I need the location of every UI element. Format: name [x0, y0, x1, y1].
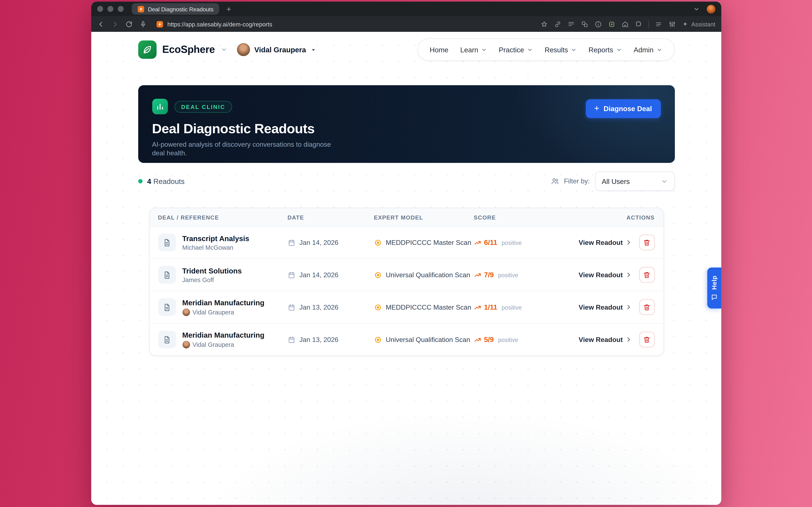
nav-label: Home	[430, 46, 449, 54]
view-readout-link[interactable]: View Readout	[578, 336, 632, 343]
workspace-chevron-icon[interactable]	[221, 46, 227, 53]
user-menu-chevron-icon	[310, 47, 316, 53]
nav-item-home[interactable]: Home	[430, 46, 449, 54]
plus-icon: +	[594, 103, 599, 113]
readout-date: Jan 14, 2026	[299, 271, 339, 279]
delete-readout-button[interactable]	[639, 332, 655, 347]
col-deal-reference: DEAL / REFERENCE	[158, 214, 288, 220]
assistant-button[interactable]: Assistant	[682, 21, 715, 27]
microphone-icon[interactable]	[139, 20, 147, 28]
expert-model-name: Universal Qualification Scan	[386, 271, 470, 279]
tune-sliders-icon[interactable]	[669, 20, 676, 28]
chevron-down-icon	[656, 47, 662, 53]
trending-up-icon	[474, 303, 481, 311]
trash-icon	[643, 271, 651, 279]
forward-icon[interactable]	[111, 20, 119, 28]
chevron-down-icon	[571, 47, 576, 53]
help-label: Help	[711, 276, 717, 290]
extensions-puzzle-icon[interactable]	[635, 20, 643, 28]
deal-title[interactable]: Trident Solutions	[182, 267, 242, 275]
trash-icon	[643, 303, 651, 311]
view-readout-link[interactable]: View Readout	[578, 239, 632, 246]
nav-label: Practice	[499, 46, 524, 54]
browser-tab[interactable]: Deal Diagnostic Readouts	[132, 3, 219, 14]
zoom-button[interactable]	[118, 6, 123, 12]
document-icon	[158, 266, 176, 284]
chevron-down-icon	[616, 47, 622, 53]
info-icon[interactable]	[595, 20, 602, 28]
calendar-icon	[288, 239, 295, 246]
browser-toolbar: https://app.salesably.ai/dem-cog/reports…	[91, 16, 721, 32]
readout-date: Jan 13, 2026	[299, 336, 339, 343]
delete-readout-button[interactable]	[639, 267, 655, 283]
deal-title[interactable]: Transcript Analysis	[182, 234, 249, 242]
readouts-meta-row: 4 Readouts Filter by: All Users	[138, 172, 675, 191]
share-link-icon[interactable]	[554, 20, 562, 28]
browser-profile-avatar[interactable]	[707, 5, 715, 13]
nav-item-results[interactable]: Results	[545, 46, 576, 54]
expert-model-badge-icon	[374, 303, 382, 311]
tab-bar-right	[693, 5, 715, 13]
browser-tab-bar: Deal Diagnostic Readouts +	[91, 2, 721, 16]
minimize-button[interactable]	[107, 6, 113, 12]
expert-model-name: MEDDPICCCC Master Scan	[386, 303, 471, 311]
extension-green-icon[interactable]	[608, 20, 616, 28]
home-icon[interactable]	[622, 20, 629, 28]
back-icon[interactable]	[97, 20, 105, 28]
nav-item-reports[interactable]: Reports	[589, 46, 622, 54]
chevron-right-icon	[625, 304, 632, 311]
window-controls	[97, 6, 123, 12]
user-filter-select[interactable]: All Users	[595, 172, 675, 191]
score-value: 5/9	[484, 335, 494, 344]
address-bar[interactable]: https://app.salesably.ai/dem-cog/reports	[157, 21, 272, 27]
calendar-icon	[288, 303, 295, 311]
readout-date: Jan 14, 2026	[299, 239, 339, 246]
nav-item-admin[interactable]: Admin	[633, 46, 662, 54]
close-button[interactable]	[97, 6, 103, 12]
menu-lines-icon[interactable]	[655, 20, 663, 28]
view-readout-link[interactable]: View Readout	[578, 271, 632, 279]
tab-groups-icon[interactable]	[581, 20, 589, 28]
reload-icon[interactable]	[125, 20, 133, 28]
new-tab-button[interactable]: +	[226, 5, 231, 13]
browser-window: Deal Diagnostic Readouts + https://app.s…	[91, 2, 721, 505]
trending-up-icon	[474, 239, 481, 246]
reading-mode-icon[interactable]	[568, 20, 575, 28]
help-tab[interactable]: Help	[707, 268, 721, 308]
ecosphere-logo[interactable]	[138, 41, 156, 59]
view-readout-link[interactable]: View Readout	[578, 303, 632, 311]
sentiment-label: positive	[502, 304, 522, 311]
nav-item-practice[interactable]: Practice	[499, 46, 533, 54]
page-title: Deal Diagnostic Readouts	[152, 121, 661, 136]
sentiment-label: positive	[498, 336, 518, 343]
assistant-label: Assistant	[691, 21, 715, 27]
trending-up-icon	[474, 271, 481, 279]
nav-label: Admin	[633, 46, 654, 54]
deal-clinic-icon	[152, 99, 168, 114]
nav-item-learn[interactable]: Learn	[460, 46, 487, 54]
delete-readout-button[interactable]	[639, 235, 655, 250]
toolbar-right: Assistant	[541, 20, 715, 28]
document-icon	[158, 298, 176, 316]
delete-readout-button[interactable]	[639, 299, 655, 315]
chevron-down-icon	[661, 178, 668, 185]
nav-label: Reports	[589, 46, 613, 54]
col-score: SCORE	[474, 214, 627, 220]
deal-owner: Michael McGowan	[182, 244, 249, 250]
deal-clinic-badge: DEAL CLINIC	[174, 101, 232, 113]
chevron-right-icon	[625, 271, 632, 278]
owner-avatar	[182, 308, 190, 316]
user-menu[interactable]: Vidal Graupera	[237, 43, 316, 56]
page-content: EcoSphere Vidal Graupera Home Learn	[91, 32, 721, 505]
deal-title[interactable]: Meridian Manufacturing	[182, 299, 264, 307]
bookmark-star-icon[interactable]	[541, 20, 548, 28]
col-actions: ACTIONS	[626, 214, 655, 220]
desktop-background: Deal Diagnostic Readouts + https://app.s…	[0, 0, 812, 507]
deal-title[interactable]: Meridian Manufacturing	[182, 331, 264, 339]
diagnose-deal-button[interactable]: + Diagnose Deal	[586, 99, 661, 118]
trending-up-icon	[474, 336, 481, 343]
tab-list-chevron-icon[interactable]	[693, 6, 700, 12]
owner-name: Vidal Graupera	[193, 341, 234, 348]
expert-model-badge-icon	[374, 336, 382, 343]
table-row: Meridian Manufacturing Vidal Graupera Ja…	[149, 291, 663, 324]
